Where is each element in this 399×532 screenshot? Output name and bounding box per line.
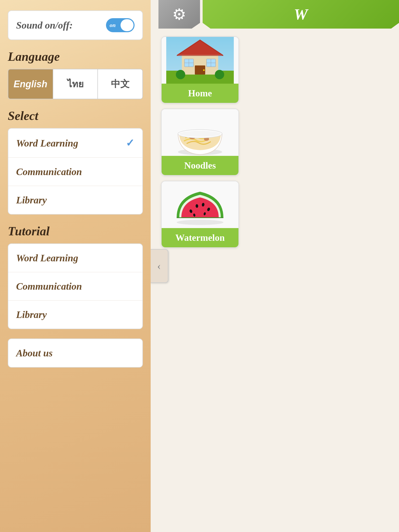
vocab-card-noodles-image [162,109,238,156]
lang-tab-thai[interactable]: ไทย [53,69,98,99]
sound-toggle[interactable]: on [106,18,135,32]
tutorial-menu-list: Word Learning Communication Library [8,243,143,329]
right-panel: ⚙ W ‹ [151,0,399,532]
settings-banner[interactable]: ⚙ [158,0,200,29]
tutorial-item-communication-label: Communication [16,281,82,292]
select-item-word-learning[interactable]: Word Learning ✓ [8,129,142,158]
svg-point-23 [179,131,221,137]
vocab-card-watermelon-label: Watermelon [162,228,238,247]
vocab-card-home-label: Home [162,84,238,103]
word-banner-text: W [294,5,308,23]
select-heading: Select [8,109,143,123]
tutorial-item-communication[interactable]: Communication [8,272,142,301]
select-item-word-learning-label: Word Learning [16,137,78,149]
vocab-card-home[interactable]: Home [161,36,239,103]
vocab-card-noodles[interactable]: Noodles [161,109,239,176]
language-heading: Language [8,49,143,64]
toggle-on-label: on [110,22,116,29]
about-menu-list: About us [8,338,143,368]
tutorial-item-library[interactable]: Library [8,301,142,329]
sound-row: Sound on/off: on [8,10,143,40]
sound-label: Sound on/off: [16,19,73,31]
lang-tab-chinese[interactable]: 中文 [98,69,142,99]
language-section: Language English ไทย 中文 [8,49,143,99]
vocab-card-home-image [162,37,238,84]
svg-point-7 [203,69,205,71]
top-banners: ⚙ W [151,0,399,29]
about-us-label: About us [16,347,52,359]
svg-point-14 [176,70,185,79]
vocab-card-watermelon[interactable]: Watermelon [161,181,239,248]
left-panel: Sound on/off: on Language English ไทย 中文… [0,0,151,532]
about-us-item[interactable]: About us [8,339,142,367]
tutorial-heading: Tutorial [8,224,143,238]
vocab-card-list: Home [158,31,399,532]
svg-point-15 [215,70,224,79]
tutorial-item-word-learning-label: Word Learning [16,252,78,264]
select-item-communication-label: Communication [16,166,82,177]
vocab-card-noodles-label: Noodles [162,156,238,175]
back-button[interactable]: ‹ [151,249,168,283]
about-section: About us [8,338,143,368]
back-chevron-icon: ‹ [157,260,161,272]
tutorial-section: Tutorial Word Learning Communication Lib… [8,224,143,329]
vocab-card-watermelon-image [162,181,238,228]
language-tabs: English ไทย 中文 [8,69,143,99]
gear-icon: ⚙ [172,5,186,24]
tutorial-item-library-label: Library [16,309,47,320]
word-learning-banner[interactable]: W [203,0,399,29]
toggle-thumb [121,19,134,31]
select-item-communication[interactable]: Communication [8,158,142,186]
tutorial-item-word-learning[interactable]: Word Learning [8,244,142,272]
lang-tab-english[interactable]: English [8,69,53,99]
word-learning-checkmark: ✓ [126,137,135,149]
select-menu-list: Word Learning ✓ Communication Library [8,128,143,215]
select-section: Select Word Learning ✓ Communication Lib… [8,109,143,215]
svg-point-25 [177,220,223,225]
select-item-library[interactable]: Library [8,186,142,214]
select-item-library-label: Library [16,194,47,206]
